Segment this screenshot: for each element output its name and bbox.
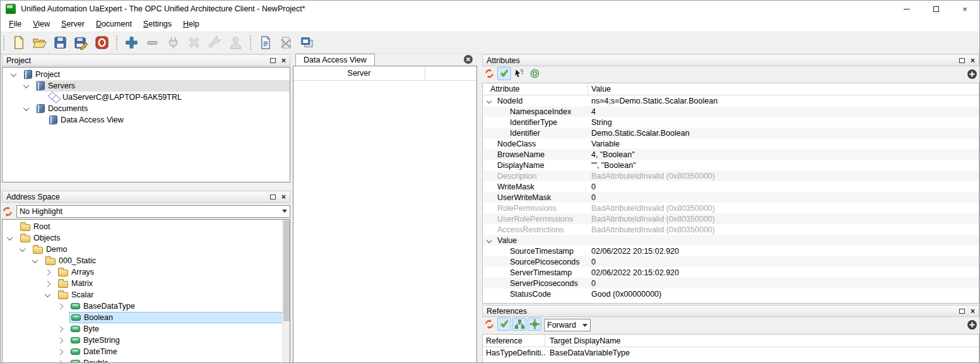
address-space-row-boolean[interactable]: Boolean (3, 312, 290, 323)
references-auto-update-toggle[interactable] (497, 318, 511, 331)
attributes-column-attribute[interactable]: Attribute (483, 83, 588, 95)
chevron-expanded-icon[interactable] (11, 71, 17, 77)
windows-button[interactable] (298, 34, 316, 52)
tab-close-button[interactable] (463, 54, 473, 64)
attribute-row-servertimestamp[interactable]: ServerTimestamp02/06/2022 20:15:02.920 (483, 267, 979, 278)
references-direction-selector[interactable]: Forward (544, 319, 591, 331)
project-row-project[interactable]: Project (3, 69, 290, 80)
remove-server-button[interactable] (143, 34, 161, 52)
address-space-row-double[interactable]: Double (3, 357, 290, 363)
attribute-row-accessrestrictions[interactable]: AccessRestrictionsBadAttributeIdInvalid … (483, 224, 979, 235)
address-space-row-000-static[interactable]: 000_Static (3, 255, 290, 266)
maximize-button[interactable] (921, 1, 950, 17)
address-space-row-basedatatype[interactable]: BaseDataType (3, 301, 290, 312)
attribute-row-nodeid[interactable]: NodeIdns=4;s=Demo.Static.Scalar.Boolean (483, 95, 979, 106)
chevron-expanded-icon[interactable] (23, 105, 30, 111)
references-follow-toggle[interactable] (528, 318, 541, 331)
address-space-row-bytestring[interactable]: ByteString (3, 335, 290, 346)
attribute-row-serverpicoseconds[interactable]: ServerPicoseconds0 (483, 278, 979, 289)
attributes-highlight-button[interactable] (528, 67, 541, 80)
attribute-row-userrolepermissions[interactable]: UserRolePermissionsBadAttributeIdInvalid… (483, 213, 979, 224)
new-project-button[interactable] (9, 34, 27, 52)
reference-row[interactable]: HasTypeDefiniti...BaseDataVariableType (483, 347, 979, 359)
chevron-collapsed-icon[interactable] (57, 348, 64, 355)
chevron-collapsed-icon[interactable] (45, 280, 51, 287)
menu-server[interactable]: Server (56, 17, 90, 32)
attribute-row-sourcepicoseconds[interactable]: SourcePicoseconds0 (483, 256, 979, 267)
chevron-collapsed-icon[interactable] (57, 337, 64, 343)
address-space-row-scalar[interactable]: Scalar (3, 289, 290, 301)
attribute-row-description[interactable]: DescriptionBadAttributeIdInvalid (0x8035… (483, 170, 979, 181)
address-space-row-objects[interactable]: Objects (3, 232, 290, 244)
add-server-button[interactable] (122, 34, 140, 52)
save-project-as-button[interactable] (72, 34, 90, 52)
attribute-row-value[interactable]: Value (483, 235, 979, 246)
references-column-reference[interactable]: Reference (483, 335, 545, 347)
references-refresh-button[interactable] (482, 318, 496, 331)
project-row-servers[interactable]: Servers (3, 80, 290, 92)
attribute-row-statuscode[interactable]: StatusCodeGood (0x00000000) (483, 289, 979, 299)
menu-help[interactable]: Help (177, 17, 205, 32)
address-space-row-datetime[interactable]: DateTime (3, 346, 290, 357)
attributes-close-icon[interactable]: × (971, 57, 975, 64)
references-close-icon[interactable]: × (971, 308, 975, 314)
chevron-expanded-icon[interactable] (45, 291, 51, 297)
exit-button[interactable] (93, 34, 110, 52)
address-space-close-icon[interactable]: × (281, 194, 286, 200)
address-space-scrollbar[interactable] (282, 220, 290, 363)
dav-column-server[interactable]: Server (293, 66, 425, 81)
attribute-row-rolepermissions[interactable]: RolePermissionsBadAttributeIdInvalid (0x… (483, 203, 979, 213)
chevron-expanded-icon[interactable] (7, 234, 13, 241)
attribute-row-writemask[interactable]: WriteMask0 (483, 181, 979, 192)
attribute-row-displayname[interactable]: DisplayName"", "Boolean" (483, 160, 979, 170)
project-row-uaserverc-laptop-6ak59trl[interactable]: UaServerC@LAPTOP-6AK59TRL (3, 92, 290, 103)
tab-data-access-view[interactable]: Data Access View (295, 54, 375, 66)
attributes-float-icon[interactable] (959, 58, 965, 63)
references-float-icon[interactable] (959, 309, 965, 314)
address-space-float-icon[interactable] (270, 194, 276, 199)
menu-settings[interactable]: Settings (138, 17, 177, 32)
scrollbar-thumb[interactable] (283, 220, 290, 321)
attribute-row-nodeclass[interactable]: NodeClassVariable (483, 138, 979, 149)
attribute-row-userwritemask[interactable]: UserWriteMask0 (483, 192, 979, 203)
address-space-row-arrays[interactable]: Arrays (3, 266, 290, 278)
attributes-auto-update-toggle[interactable] (497, 67, 511, 80)
chevron-collapsed-icon[interactable] (45, 269, 51, 275)
references-hierarchy-toggle[interactable] (512, 318, 526, 331)
menu-document[interactable]: Document (90, 17, 138, 32)
address-space-row-byte[interactable]: Byte (3, 323, 290, 335)
highlight-selector[interactable]: No Highlight (16, 205, 290, 218)
project-float-icon[interactable] (270, 58, 276, 63)
menu-file[interactable]: File (3, 17, 27, 32)
address-space-row-root[interactable]: Root (3, 221, 290, 232)
attributes-select-node-button[interactable] (512, 67, 526, 80)
project-close-icon[interactable]: × (281, 57, 286, 64)
chevron-collapsed-icon[interactable] (57, 326, 64, 332)
chevron-expanded-icon[interactable] (32, 257, 38, 263)
attributes-refresh-button[interactable] (482, 67, 496, 80)
address-space-row-matrix[interactable]: Matrix (3, 278, 290, 289)
attribute-row-browsename[interactable]: BrowseName4, "Boolean" (483, 149, 979, 160)
project-row-documents[interactable]: Documents (3, 103, 290, 114)
project-row-data-access-view[interactable]: Data Access View (3, 114, 290, 126)
save-project-button[interactable] (51, 34, 69, 52)
chevron-expanded-icon[interactable] (23, 82, 30, 88)
menu-view[interactable]: View (27, 17, 56, 32)
minimize-button[interactable] (892, 1, 921, 17)
references-options-button[interactable] (967, 319, 977, 330)
attributes-column-value[interactable]: Value (588, 85, 611, 93)
ua-refresh-icon[interactable] (2, 206, 13, 217)
chevron-expanded-icon[interactable] (20, 246, 26, 252)
attributes-options-button[interactable] (967, 69, 977, 80)
add-document-button[interactable] (256, 34, 274, 52)
chevron-collapsed-icon[interactable] (57, 303, 64, 309)
attribute-row-identifiertype[interactable]: IdentifierTypeString (483, 117, 979, 128)
address-space-row-demo[interactable]: Demo (3, 244, 290, 255)
attribute-row-identifier[interactable]: IdentifierDemo.Static.Scalar.Boolean (483, 128, 979, 138)
attribute-row-namespaceindex[interactable]: NamespaceIndex4 (483, 106, 979, 117)
references-column-target[interactable]: Target DisplayName (545, 336, 621, 345)
open-project-button[interactable] (30, 34, 48, 52)
attribute-row-sourcetimestamp[interactable]: SourceTimestamp02/06/2022 20:15:02.920 (483, 246, 979, 256)
chevron-collapsed-icon[interactable] (57, 360, 64, 363)
close-button[interactable]: × (950, 1, 979, 17)
